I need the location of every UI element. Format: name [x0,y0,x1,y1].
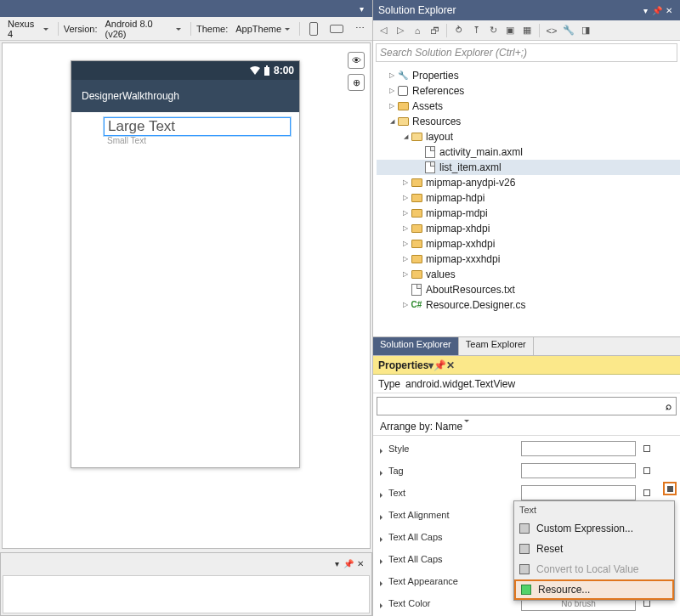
tool-crosshair-icon[interactable]: ⊕ [348,74,365,91]
search-icon[interactable]: ⌕ [660,400,676,412]
designer-header: ▾ [0,0,372,17]
popup-convert-local: Convert to Local Value [514,559,674,579]
tree-references[interactable]: References [377,83,680,99]
close-icon[interactable]: ✕ [354,559,366,568]
svg-rect-0 [264,67,269,76]
type-label: Type [378,378,400,390]
close-icon[interactable]: ✕ [446,359,455,371]
version-label: Version: [64,24,98,34]
tree-mipmap-mdpi[interactable]: mipmap-mdpi [377,206,680,221]
prop-style[interactable]: Style [380,438,680,460]
tree-values[interactable]: values [377,267,680,282]
designer-toolbar: Nexus 4 Version: Android 8.0 (v26) Theme… [0,17,372,41]
device-dropdown[interactable]: Nexus 4 [3,20,53,37]
text-value-anchor-button[interactable] [663,482,677,495]
properties-header: Properties ▾ 📌 ✕ [373,356,680,375]
tool-preview-eye-icon[interactable]: 👁 [348,52,365,69]
solution-explorer-header: Solution Explorer ▾ 📌 ✕ [373,0,680,20]
properties-search-input[interactable] [377,401,660,411]
android-designer-panel: ▾ Nexus 4 Version: Android 8.0 (v26) The… [0,0,372,551]
orientation-portrait-button[interactable] [305,20,322,37]
value-source-popup: Text Custom Expression... Reset Convert … [513,500,675,601]
tree-assets[interactable]: Assets [377,99,680,114]
forward-icon[interactable]: ▷ [394,24,407,37]
show-all-icon[interactable]: ▣ [503,24,517,37]
solution-explorer-panel: Solution Explorer ▾ 📌 ✕ ◁ ▷ ⌂ 🗗 ⥁ ⤒ ↻ ▣ … [372,0,680,355]
scope-icon[interactable]: ⥁ [452,24,466,37]
prop-tag[interactable]: Tag [380,460,680,482]
solution-toolbar: ◁ ▷ ⌂ 🗗 ⥁ ⤒ ↻ ▣ ▦ <> 🔧 ◨ [373,20,680,41]
svg-rect-1 [266,65,268,67]
theme-dropdown[interactable]: AppTheme [231,20,294,37]
tree-resource-designer-cs[interactable]: C#Resource.Designer.cs [377,297,680,313]
panel-menu-icon[interactable]: ▾ [639,6,651,15]
back-icon[interactable]: ◁ [377,24,390,37]
tree-activity-main[interactable]: activity_main.axml [377,144,680,160]
properties-type-row: Type android.widget.TextView [373,375,680,393]
version-dropdown[interactable]: Android 8.0 (v26) [100,20,185,37]
properties-panel: Properties ▾ 📌 ✕ Type android.widget.Tex… [372,355,680,616]
preview-icon[interactable]: ▦ [520,24,534,37]
phone-status-bar: 8:00 [71,61,299,80]
tree-mipmap-xxxhdpi[interactable]: mipmap-xxxhdpi [377,251,680,267]
orientation-landscape-button[interactable] [326,20,348,37]
solution-tabs: Solution Explorer Team Explorer [373,336,680,355]
toggle-icon[interactable]: ◨ [579,24,592,37]
tab-team-explorer[interactable]: Team Explorer [459,337,534,355]
tree-about-resources[interactable]: AboutResources.txt [377,282,680,297]
code-icon[interactable]: <> [545,24,558,37]
tree-list-item[interactable]: list_item.axml [377,160,680,175]
panel-menu-icon[interactable]: ▾ [355,4,367,14]
refresh-icon[interactable]: ↻ [486,24,500,37]
bottom-panel-body [3,575,370,613]
status-time: 8:00 [274,65,294,76]
bottom-panel-header: ▾ 📌 ✕ [1,553,371,574]
design-canvas[interactable]: 👁 ⊕ 8:00 DesignerWalkthrough Large Text … [2,42,371,549]
solution-search-input[interactable]: Search Solution Explorer (Ctrl+;) [376,43,677,62]
toolbar-overflow-button[interactable]: ⋯ [351,20,369,37]
solution-tree[interactable]: 🔧Properties References Assets Resources … [373,65,680,336]
properties-search[interactable]: ⌕ [377,397,677,415]
tree-properties[interactable]: 🔧Properties [377,68,680,83]
phone-mockup: 8:00 DesignerWalkthrough Large Text Smal… [71,60,300,468]
tab-solution-explorer[interactable]: Solution Explorer [373,337,459,355]
tree-layout[interactable]: layout [377,129,680,144]
small-text-view[interactable]: Small Text [104,136,291,145]
large-text-view[interactable]: Large Text [104,117,291,136]
home-icon[interactable]: ⌂ [411,24,424,37]
popup-title: Text [514,501,674,518]
pin-icon[interactable]: 📌 [651,6,663,15]
collapse-icon[interactable]: ⤒ [469,24,483,37]
bottom-tool-panel: ▾ 📌 ✕ [0,552,372,616]
popup-reset[interactable]: Reset [514,539,674,559]
arrange-by-row[interactable]: Arrange by: Name [373,419,680,436]
arrange-dropdown[interactable]: Name [435,421,469,432]
close-icon[interactable]: ✕ [663,6,675,15]
popup-custom-expression[interactable]: Custom Expression... [514,518,674,539]
pin-icon[interactable]: 📌 [434,359,446,371]
type-value: android.widget.TextView [405,378,515,390]
phone-app-bar: DesignerWalkthrough [71,80,299,112]
popup-resource[interactable]: Resource... [514,579,674,600]
battery-icon [264,65,270,76]
sync-icon[interactable]: 🗗 [428,24,441,37]
properties-icon[interactable]: 🔧 [562,24,575,37]
theme-label: Theme: [196,24,228,34]
tree-resources[interactable]: Resources [377,114,680,129]
pin-icon[interactable]: 📌 [343,559,354,568]
wifi-icon [250,66,260,75]
tree-mipmap-xxhdpi[interactable]: mipmap-xxhdpi [377,236,680,251]
panel-menu-icon[interactable]: ▾ [331,559,343,568]
tree-mipmap-hdpi[interactable]: mipmap-hdpi [377,190,680,206]
tree-mipmap-any[interactable]: mipmap-anydpi-v26 [377,175,680,190]
tree-mipmap-xhdpi[interactable]: mipmap-xhdpi [377,221,680,236]
